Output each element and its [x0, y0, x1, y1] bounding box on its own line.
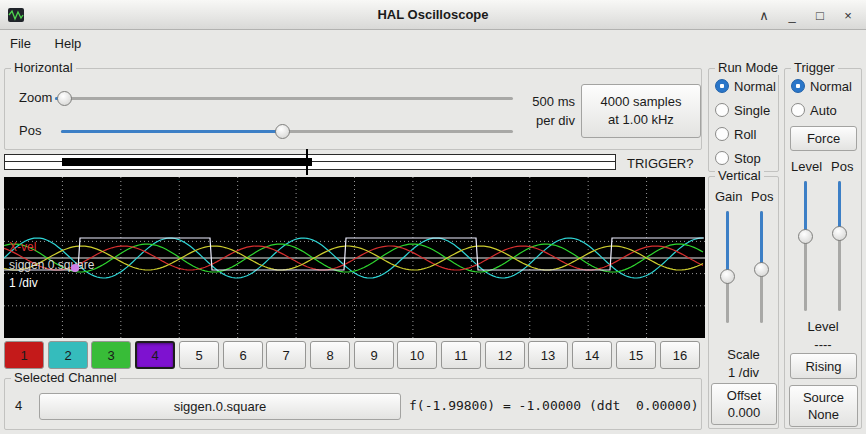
slider-fill	[61, 130, 282, 133]
vertical-group: Vertical Gain Pos Scale 1 /div Offset 0.…	[708, 176, 779, 429]
run-mode-radio-stop[interactable]: Stop	[715, 146, 776, 170]
menu-help[interactable]: Help	[45, 31, 92, 56]
trigger-level-label: Level	[791, 159, 822, 174]
channel-button-11[interactable]: 11	[441, 341, 481, 369]
trigger-edge-button[interactable]: Rising	[790, 353, 857, 379]
trigger-source-button[interactable]: Source None	[789, 385, 858, 427]
slider-handle[interactable]	[720, 269, 735, 284]
radio-icon	[715, 127, 729, 141]
trigger-level-value: ----	[785, 337, 861, 352]
radio-label: Auto	[810, 103, 837, 118]
radio-icon	[715, 103, 729, 117]
titlebar[interactable]: HAL Oscilloscope ∧ _ □ ×	[0, 0, 866, 30]
maximize-icon[interactable]: □	[814, 8, 826, 23]
offset-button[interactable]: Offset 0.000	[711, 383, 777, 425]
channel-button-14[interactable]: 14	[572, 341, 612, 369]
scope-overlay-label-1: siggen.0.square	[9, 258, 95, 272]
zoom-slider[interactable]	[55, 91, 513, 106]
channel-button-5[interactable]: 5	[179, 341, 219, 369]
trigger-source-value: None	[808, 406, 839, 423]
slider-handle[interactable]	[754, 262, 769, 277]
selected-channel-name-button[interactable]: siggen.0.square	[39, 393, 401, 420]
radio-icon	[715, 151, 729, 165]
channel-button-12[interactable]: 12	[485, 341, 525, 369]
slider-fill	[726, 211, 729, 276]
trigger-source-label: Source	[803, 389, 844, 406]
run-mode-group: Run Mode NormalSingleRollStop	[708, 68, 779, 172]
scope-overlay-label-0: X-vel	[9, 240, 36, 254]
radio-label: Normal	[810, 79, 852, 94]
radio-label: Roll	[734, 127, 756, 142]
selected-channel-group-label: Selected Channel	[11, 370, 120, 385]
channel-button-2[interactable]: 2	[48, 341, 88, 369]
channel-button-4[interactable]: 4	[135, 341, 175, 369]
radio-icon	[791, 79, 805, 93]
slider-handle[interactable]	[275, 124, 290, 139]
channel-button-1[interactable]: 1	[4, 341, 44, 369]
sample-cursor-marker[interactable]	[71, 264, 79, 272]
window-title: HAL Oscilloscope	[0, 7, 866, 22]
channel-button-9[interactable]: 9	[354, 341, 394, 369]
selected-channel-group: Selected Channel 4 siggen.0.square f(-1.…	[4, 378, 702, 430]
trigger-level-caption: Level	[785, 319, 861, 334]
channel-button-13[interactable]: 13	[528, 341, 568, 369]
record-position-bar[interactable]	[4, 154, 616, 170]
slider-handle[interactable]	[798, 229, 813, 244]
trigger-radio-auto[interactable]: Auto	[791, 98, 852, 122]
horizontal-pos-slider[interactable]	[61, 124, 513, 139]
scale-value: 1 /div	[709, 365, 778, 380]
slider-handle[interactable]	[57, 91, 72, 106]
close-icon[interactable]: ×	[842, 8, 854, 23]
zoom-label: Zoom	[19, 90, 52, 105]
scope-display[interactable]: X-velsiggen.0.square1 /div	[4, 177, 705, 338]
horizontal-pos-label: Pos	[19, 123, 41, 138]
menubar: File Help	[0, 31, 866, 57]
trigger-mode-options: NormalAuto	[791, 74, 852, 122]
selected-channel-name: siggen.0.square	[174, 399, 267, 414]
vertical-pos-slider[interactable]	[754, 211, 769, 323]
time-per-div-unit: per div	[513, 111, 575, 130]
record-view-bar[interactable]	[62, 158, 312, 166]
window-controls: ∧ _ □ ×	[758, 0, 854, 30]
shade-icon[interactable]: ∧	[758, 8, 770, 23]
channel-button-8[interactable]: 8	[310, 341, 350, 369]
horizontal-group-label: Horizontal	[11, 60, 76, 75]
radio-icon	[791, 103, 805, 117]
channel-button-7[interactable]: 7	[266, 341, 306, 369]
trigger-level-slider[interactable]	[798, 181, 813, 311]
channel-button-3[interactable]: 3	[91, 341, 131, 369]
channel-button-6[interactable]: 6	[223, 341, 263, 369]
radio-label: Stop	[734, 151, 761, 166]
minimize-icon[interactable]: _	[786, 8, 798, 23]
gain-label: Gain	[715, 189, 742, 204]
trigger-status-label: TRIGGER?	[627, 156, 693, 171]
trigger-pos-slider[interactable]	[832, 181, 847, 311]
force-button[interactable]: Force	[790, 126, 857, 151]
samples-count: 4000 samples	[601, 93, 682, 111]
channel-button-10[interactable]: 10	[397, 341, 437, 369]
gain-slider[interactable]	[720, 211, 735, 323]
selected-channel-number: 4	[15, 398, 22, 413]
channel-button-15[interactable]: 15	[616, 341, 656, 369]
trigger-pos-label: Pos	[831, 159, 853, 174]
trigger-group-label: Trigger	[791, 60, 838, 75]
scale-label: Scale	[709, 347, 778, 362]
trigger-radio-normal[interactable]: Normal	[791, 74, 852, 98]
time-per-div-value: 500 ms	[513, 92, 575, 111]
vertical-group-label: Vertical	[715, 168, 764, 183]
scope-overlay-label-2: 1 /div	[9, 276, 38, 290]
channel-button-16[interactable]: 16	[660, 341, 700, 369]
slider-handle[interactable]	[832, 226, 847, 241]
run-mode-radio-roll[interactable]: Roll	[715, 122, 776, 146]
slider-fill	[804, 181, 807, 236]
slider-track[interactable]	[55, 97, 513, 100]
menu-file[interactable]: File	[0, 31, 41, 56]
samples-button[interactable]: 4000 samples at 1.00 kHz	[581, 84, 701, 138]
hal-oscilloscope-window: HAL Oscilloscope ∧ _ □ × File Help Horiz…	[0, 0, 866, 434]
scope-canvas: X-velsiggen.0.square1 /div	[4, 177, 705, 338]
horizontal-group: Horizontal Zoom Pos 500 ms per div 4000 …	[4, 68, 702, 150]
run-mode-options: NormalSingleRollStop	[715, 74, 776, 170]
run-mode-radio-normal[interactable]: Normal	[715, 74, 776, 98]
run-mode-radio-single[interactable]: Single	[715, 98, 776, 122]
record-trigger-marker	[306, 149, 308, 175]
